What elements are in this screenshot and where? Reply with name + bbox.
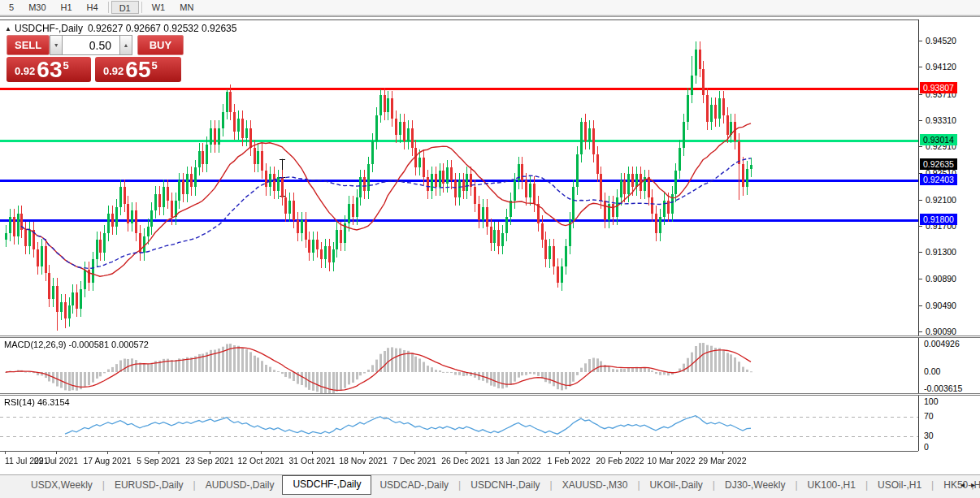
timeframe-button-5[interactable]: 5	[2, 1, 21, 14]
macd-panel[interactable]: MACD(12,26,9) -0.000581 0.000572	[0, 338, 918, 393]
toolbar-divider	[141, 2, 142, 13]
macd-axis-label: 0.00	[924, 366, 940, 377]
time-axis-label: 17 Aug 2021	[84, 456, 132, 466]
time-axis-tick	[722, 452, 723, 454]
tab-separator: |	[711, 477, 717, 493]
chart-symbol-label: USDCHF-,Daily	[15, 23, 83, 34]
tab-separator: |	[457, 477, 462, 493]
tab-separator: |	[635, 477, 641, 493]
trading-terminal-window: 5M30H1H4D1W1MN ▲USDCHF-,Daily0.92627 0.9…	[0, 0, 980, 498]
chart-tab-usdcad-daily[interactable]: USDCAD-,Daily	[371, 477, 457, 493]
time-axis-label: 12 Oct 2021	[237, 456, 284, 466]
tab-separator: |	[192, 477, 197, 493]
rsi-indicator-label: RSI(14) 46.3154	[4, 397, 70, 407]
volume-increase-button[interactable]: ▲	[119, 35, 132, 55]
rsi-panel[interactable]: RSI(14) 46.3154	[0, 396, 918, 451]
chart-tab-usoil-h1[interactable]: USOil-,H1	[869, 477, 930, 493]
toolbar-divider	[108, 2, 109, 13]
tab-separator: |	[793, 477, 799, 493]
chart-tab-xauusd-m30[interactable]: XAUUSD-,M30	[554, 477, 636, 493]
time-axis-label: 29 Jul 2021	[34, 456, 78, 466]
time-axis-label: 29 Mar 2022	[699, 456, 747, 466]
chart-tab-usdcnh-daily[interactable]: USDCNH-,Daily	[462, 477, 548, 493]
buy-price-pip: 5	[151, 59, 157, 71]
timeframe-button-mn[interactable]: MN	[172, 1, 201, 14]
buy-price-big: 65	[125, 60, 150, 80]
time-axis-tick	[518, 452, 518, 454]
macd-indicator-label: MACD(12,26,9) -0.000581 0.000572	[4, 340, 149, 349]
chart-title: ▲USDCHF-,Daily0.92627 0.92667 0.92532 0.…	[5, 23, 236, 34]
tab-scroll-left-button[interactable]: ◂	[960, 480, 965, 489]
chart-ohlc-values: 0.92627 0.92667 0.92532 0.92635	[88, 23, 237, 34]
timeframe-button-h1[interactable]: H1	[54, 1, 80, 14]
tab-scroll-controls: ◂▸	[954, 480, 975, 489]
time-axis-tick	[414, 452, 415, 454]
timeframe-button-h4[interactable]: H4	[80, 1, 106, 14]
sell-button[interactable]: SELL	[7, 35, 50, 55]
price-level-badge: 0.93807	[920, 82, 957, 93]
price-axis[interactable]: 0.945200.941200.937100.933100.929100.925…	[918, 19, 980, 336]
chart-tab-eurusd-daily[interactable]: EURUSD-,Daily	[106, 477, 192, 493]
time-axis-tick	[466, 452, 466, 454]
time-axis-label: 13 Jan 2022	[494, 456, 541, 466]
time-axis-tick	[363, 452, 364, 454]
price-tick-label: 0.94520	[919, 36, 980, 46]
sell-price-pip: 5	[63, 59, 68, 71]
rsi-axis-label: 30	[924, 431, 934, 441]
chart-tab-usdchf-daily[interactable]: USDCHF-,Daily	[282, 475, 371, 495]
arrow-up-icon: ▲	[123, 42, 128, 48]
chart-tab-dj30-weekly[interactable]: DJ30-,Weekly	[717, 477, 793, 493]
time-axis-tick	[620, 452, 621, 454]
sell-price-prefix: 0.92	[15, 65, 35, 77]
volume-input[interactable]	[63, 35, 119, 55]
main-chart-plot[interactable]: ▲USDCHF-,Daily0.92627 0.92667 0.92532 0.…	[0, 19, 918, 336]
chart-tab-ukoil-daily[interactable]: UKOil-,Daily	[642, 477, 711, 493]
price-tick-label: 0.91300	[919, 247, 980, 258]
rsi-axis[interactable]: 10070300	[918, 396, 980, 451]
one-click-trade-panel: SELL ▼ ▲ BUY 0.92 63 5 0.92 65 5	[7, 35, 184, 82]
time-axis-label: 31 Oct 2021	[288, 456, 335, 466]
price-level-badge: 0.93014	[920, 134, 957, 145]
rsi-chart-canvas[interactable]	[0, 396, 918, 451]
chart-tab-usdx-weekly[interactable]: USDX,Weekly	[23, 477, 101, 493]
time-axis-label: 5 Sep 2021	[137, 456, 180, 466]
timeframe-button-w1[interactable]: W1	[145, 1, 173, 14]
tab-separator: |	[101, 477, 106, 493]
arrow-down-icon: ▼	[54, 42, 59, 48]
volume-decrease-button[interactable]: ▼	[50, 35, 63, 55]
time-axis-tick	[158, 452, 159, 454]
buy-price-display[interactable]: 0.92 65 5	[95, 57, 181, 82]
chart-tab-uk100-h1[interactable]: UK100-,H1	[800, 477, 864, 493]
timeframe-button-m30[interactable]: M30	[21, 1, 53, 14]
price-level-badge: 0.92635	[920, 158, 957, 170]
collapse-arrow-icon[interactable]: ▲	[5, 25, 11, 32]
tab-scroll-right-button[interactable]: ▸	[971, 480, 975, 489]
timeframe-button-d1[interactable]: D1	[111, 1, 139, 14]
time-axis-tick	[5, 452, 6, 454]
time-axis-tick	[56, 452, 57, 454]
sell-price-big: 63	[37, 60, 62, 80]
macd-axis[interactable]: 0.0049260.00-0.003615	[918, 338, 980, 393]
time-axis-tick	[671, 452, 672, 454]
chart-tab-audusd-daily[interactable]: AUDUSD-,Daily	[197, 477, 283, 493]
buy-price-prefix: 0.92	[103, 65, 124, 77]
time-axis-label: 20 Feb 2022	[596, 456, 644, 466]
tab-separator: |	[864, 477, 869, 493]
tab-separator: |	[549, 477, 554, 493]
time-axis-label: 26 Dec 2021	[441, 456, 490, 466]
rsi-axis-label: 100	[924, 396, 939, 407]
time-axis-tick	[569, 452, 570, 454]
price-tick-label: 0.92100	[919, 195, 980, 206]
time-axis-label: 18 Nov 2021	[339, 456, 388, 466]
sell-price-display[interactable]: 0.92 63 5	[7, 57, 91, 82]
time-axis-label: 7 Dec 2021	[392, 456, 436, 466]
time-axis-tick	[107, 452, 108, 454]
time-axis-tick	[261, 452, 262, 454]
time-axis[interactable]: 11 Jul 202129 Jul 202117 Aug 20215 Sep 2…	[0, 452, 980, 473]
time-axis-label: 1 Feb 2022	[547, 456, 590, 466]
rsi-axis-label: 70	[924, 411, 934, 422]
time-axis-label: 10 Mar 2022	[648, 456, 696, 466]
chart-tab-bar: USDX,Weekly|EURUSD-,Daily|AUDUSD-,DailyU…	[0, 474, 980, 498]
price-tick-label: 0.90890	[919, 274, 980, 284]
buy-button[interactable]: BUY	[137, 35, 184, 55]
